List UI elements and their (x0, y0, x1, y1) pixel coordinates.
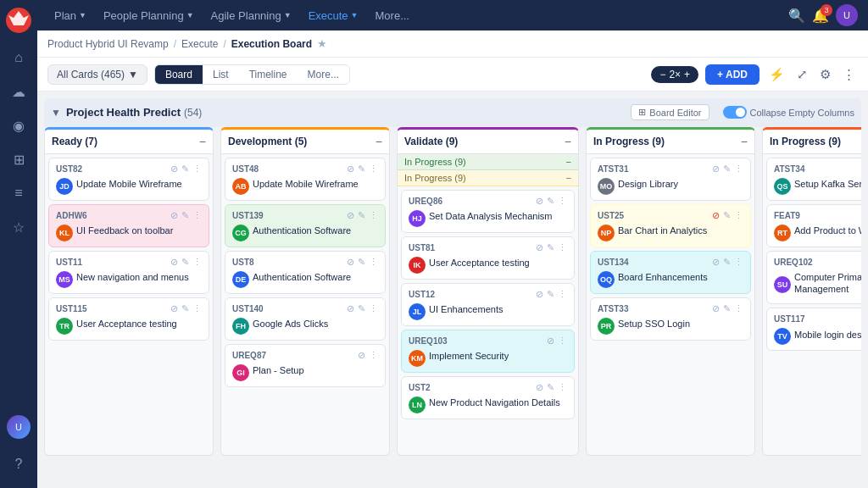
sidebar-icon-avatar[interactable]: U (3, 412, 34, 442)
nav-agile-planning[interactable]: Agile Planning ▼ (204, 6, 298, 25)
card-ust81[interactable]: UST81 ⊘ ✎ ⋮ IK User Acceptance testing (401, 236, 575, 280)
card-menu-icon[interactable]: ⊘ (347, 257, 354, 268)
col-minus-inprogress1[interactable]: − (741, 135, 748, 148)
all-cards-filter[interactable]: All Cards (465) ▼ (47, 64, 147, 85)
more-options-icon[interactable]: ⋮ (840, 64, 858, 85)
card-menu-icon[interactable]: ⊘ (358, 350, 365, 361)
card-ust134[interactable]: UST134 ⊘ ✎ ⋮ OQ Board Enhancements (590, 251, 751, 294)
card-menu-icon[interactable]: ⊘ (170, 210, 178, 221)
card-menu-icon[interactable]: ⊘ (170, 257, 178, 268)
card-more-icon[interactable]: ⋮ (192, 210, 202, 221)
card-ust115[interactable]: UST115 ⊘ ✎ ⋮ TR User Acceptance testing (48, 297, 209, 341)
card-ust25[interactable]: UST25 ⊘ ✎ ⋮ NP Bar Chart in Analytics (590, 204, 751, 247)
card-atst33[interactable]: ATST33 ⊘ ✎ ⋮ PR Setup SSO Login (590, 297, 751, 341)
card-edit-icon[interactable]: ✎ (181, 303, 189, 314)
app-logo[interactable] (5, 7, 32, 34)
card-ust117[interactable]: UST117 ⋮ TV Mobile login design (766, 308, 861, 351)
zoom-plus-icon[interactable]: + (684, 69, 690, 80)
card-feat9[interactable]: FEAT9 ⊘ ✎ ⋮ RT Add Product to Wishlist (766, 204, 861, 247)
card-ureq86[interactable]: UREQ86 ⊘ ✎ ⋮ HJ Set Data Analysis Mechan… (401, 190, 575, 233)
col-minus-dev[interactable]: − (376, 135, 382, 148)
card-edit-icon[interactable]: ✎ (358, 164, 365, 175)
card-edit-icon[interactable]: ✎ (723, 210, 731, 221)
tab-timeline[interactable]: Timeline (239, 65, 298, 84)
card-more-icon[interactable]: ⋮ (558, 382, 567, 393)
sidebar-icon-help[interactable]: ? (3, 449, 34, 480)
card-ust48[interactable]: UST48 ⊘ ✎ ⋮ AB Update Mobile Wireframe (225, 158, 386, 201)
tab-board[interactable]: Board (155, 65, 203, 84)
search-icon[interactable]: 🔍 (788, 8, 805, 24)
card-ust139[interactable]: UST139 ⊘ ✎ ⋮ CG Authentication Software (225, 204, 386, 247)
settings-icon[interactable]: ⚙ (817, 64, 833, 85)
card-edit-icon[interactable]: ✎ (723, 257, 731, 268)
card-edit-icon[interactable]: ✎ (181, 164, 189, 175)
card-edit-icon[interactable]: ✎ (723, 303, 731, 314)
card-menu-icon[interactable]: ⊘ (536, 382, 543, 393)
card-edit-icon[interactable]: ✎ (547, 242, 554, 253)
card-edit-icon[interactable]: ✎ (181, 257, 189, 268)
card-block-icon[interactable]: ⊘ (712, 210, 720, 221)
group-toggle-icon[interactable]: ▼ (51, 107, 61, 119)
card-more-icon[interactable]: ⋮ (192, 257, 202, 268)
card-menu-icon[interactable]: ⊘ (536, 196, 543, 207)
card-menu-icon[interactable]: ⊘ (170, 164, 178, 175)
card-atst34[interactable]: ATST34 ⊘ ✎ ⋮ QS Setup Kafka Server (766, 158, 861, 201)
card-more-icon[interactable]: ⋮ (734, 164, 743, 175)
sidebar-icon-list[interactable]: ≡ (3, 178, 34, 208)
nav-execute[interactable]: Execute ▼ (302, 6, 365, 25)
card-ureq103[interactable]: UREQ103 ⊘ ⋮ KM Implement Security (401, 330, 575, 373)
fullscreen-icon[interactable]: ⤢ (794, 64, 810, 85)
card-ust2[interactable]: UST2 ⊘ ✎ ⋮ LN New Product Navigation Det… (401, 376, 575, 419)
card-edit-icon[interactable]: ✎ (723, 164, 731, 175)
card-edit-icon[interactable]: ✎ (181, 210, 189, 221)
card-ust11[interactable]: UST11 ⊘ ✎ ⋮ MS New navigation and menus (48, 251, 209, 294)
card-edit-icon[interactable]: ✎ (547, 382, 554, 393)
card-menu-icon[interactable]: ⊘ (536, 289, 543, 300)
card-edit-icon[interactable]: ✎ (547, 196, 554, 207)
filter-icon[interactable]: ⚡ (766, 64, 787, 85)
favorite-star-icon[interactable]: ★ (317, 37, 327, 50)
card-ureq87[interactable]: UREQ87 ⊘ ⋮ GI Plan - Setup (225, 344, 386, 387)
notification-icon[interactable]: 🔔 3 (812, 8, 829, 24)
card-more-icon[interactable]: ⋮ (734, 210, 743, 221)
card-menu-icon[interactable]: ⊘ (712, 303, 720, 314)
sidebar-icon-circle[interactable]: ◉ (3, 110, 34, 141)
card-more-icon[interactable]: ⋮ (369, 350, 378, 361)
card-more-icon[interactable]: ⋮ (369, 164, 378, 175)
tab-list[interactable]: List (203, 65, 239, 84)
card-menu-icon[interactable]: ⊘ (547, 336, 554, 347)
card-ust140[interactable]: UST140 ⊘ ✎ ⋮ FH Google Ads Clicks (225, 297, 386, 341)
sidebar-icon-cloud[interactable]: ☁ (3, 76, 34, 107)
card-ust82[interactable]: UST82 ⊘ ✎ ⋮ JD Update Mobile Wireframe (48, 158, 209, 201)
user-avatar[interactable]: U (836, 4, 858, 26)
sidebar-icon-star[interactable]: ☆ (3, 212, 34, 242)
sub-minus-icon2[interactable]: − (566, 173, 571, 183)
card-more-icon[interactable]: ⋮ (192, 303, 202, 314)
card-more-icon[interactable]: ⋮ (192, 164, 202, 175)
card-menu-icon[interactable]: ⊘ (170, 303, 178, 314)
nav-people-planning[interactable]: People Planning ▼ (97, 6, 201, 25)
card-more-icon[interactable]: ⋮ (369, 303, 378, 314)
breadcrumb-project[interactable]: Product Hybrid UI Revamp (47, 38, 169, 50)
card-more-icon[interactable]: ⋮ (734, 257, 743, 268)
card-more-icon[interactable]: ⋮ (734, 303, 743, 314)
card-more-icon[interactable]: ⋮ (369, 257, 378, 268)
card-menu-icon[interactable]: ⊘ (536, 242, 543, 253)
card-menu-icon[interactable]: ⊘ (347, 210, 354, 221)
col-minus-validate[interactable]: − (565, 135, 571, 148)
card-ureq102[interactable]: UREQ102 ⊘ ✎ ⋮ SU Computer Primary Suppli… (766, 251, 861, 305)
card-edit-icon[interactable]: ✎ (358, 210, 365, 221)
add-button[interactable]: + ADD (705, 64, 760, 85)
breadcrumb-execute[interactable]: Execute (181, 38, 218, 50)
card-atst31[interactable]: ATST31 ⊘ ✎ ⋮ MO Design Library (590, 158, 751, 201)
nav-more[interactable]: More... (369, 6, 416, 25)
zoom-minus-icon[interactable]: − (659, 69, 665, 80)
zoom-control[interactable]: − 2× + (651, 66, 698, 83)
col-minus-ready[interactable]: − (199, 135, 206, 148)
card-adhw6[interactable]: ADHW6 ⊘ ✎ ⋮ KL UI Feedback on toolbar (48, 204, 209, 247)
card-menu-icon[interactable]: ⊘ (347, 303, 354, 314)
card-menu-icon[interactable]: ⊘ (712, 257, 720, 268)
card-edit-icon[interactable]: ✎ (358, 257, 365, 268)
card-edit-icon[interactable]: ✎ (547, 289, 554, 300)
collapse-empty-button[interactable]: Collapse Empty Columns (723, 106, 855, 119)
